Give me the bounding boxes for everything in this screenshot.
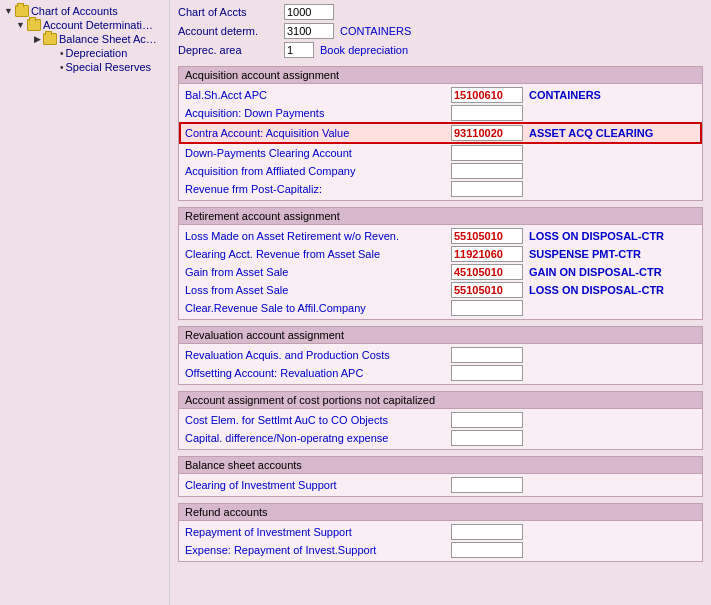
sidebar-item-account-determ[interactable]: ▼ Account Determinati… bbox=[16, 18, 165, 32]
table-row: Clear.Revenue Sale to Affil.Company bbox=[179, 299, 702, 317]
row-input[interactable] bbox=[451, 228, 523, 244]
sidebar: ▼ Chart of Accounts ▼ Account Determinat… bbox=[0, 0, 170, 605]
main-content: Chart of Accts link Account determ. CONT… bbox=[170, 0, 711, 605]
book-depreciation-link[interactable]: Book depreciation bbox=[320, 44, 408, 56]
expand-arrow: ▶ bbox=[34, 34, 41, 44]
row-input[interactable] bbox=[451, 145, 523, 161]
row-label[interactable]: Revenue frm Post-Capitaliz: bbox=[185, 183, 445, 195]
row-value-text: SUSPENSE PMT-CTR bbox=[529, 248, 641, 260]
row-input[interactable] bbox=[451, 524, 523, 540]
row-label[interactable]: Repayment of Investment Support bbox=[185, 526, 445, 538]
table-row: Acquisition from Affliated Company bbox=[179, 162, 702, 180]
row-input[interactable] bbox=[451, 430, 523, 446]
sidebar-item-chart-of-accounts[interactable]: ▼ Chart of Accounts bbox=[4, 4, 165, 18]
table-row: Gain from Asset SaleGAIN ON DISPOSAL-CTR bbox=[179, 263, 702, 281]
table-row: Loss from Asset SaleLOSS ON DISPOSAL-CTR bbox=[179, 281, 702, 299]
table-row: Revaluation Acquis. and Production Costs bbox=[179, 346, 702, 364]
row-label[interactable]: Offsetting Account: Revaluation APC bbox=[185, 367, 445, 379]
row-input[interactable] bbox=[451, 300, 523, 316]
row-input[interactable] bbox=[451, 477, 523, 493]
table-row: Clearing Acct. Revenue from Asset SaleSU… bbox=[179, 245, 702, 263]
table-row: Acquisition: Down Payments bbox=[179, 104, 702, 122]
row-input[interactable] bbox=[451, 125, 523, 141]
folder-icon bbox=[43, 33, 57, 45]
row-label[interactable]: Gain from Asset Sale bbox=[185, 266, 445, 278]
row-label[interactable]: Loss from Asset Sale bbox=[185, 284, 445, 296]
section-header-retirement: Retirement account assignment bbox=[179, 208, 702, 225]
row-input[interactable] bbox=[451, 181, 523, 197]
section-acquisition: Acquisition account assignmentBal.Sh.Acc… bbox=[178, 66, 703, 201]
table-row: Cost Elem. for Settlmt AuC to CO Objects bbox=[179, 411, 702, 429]
folder-icon bbox=[27, 19, 41, 31]
row-value-text: GAIN ON DISPOSAL-CTR bbox=[529, 266, 662, 278]
chart-of-accts-input[interactable] bbox=[284, 4, 334, 20]
row-input[interactable] bbox=[451, 163, 523, 179]
sidebar-label[interactable]: Account Determinati… bbox=[43, 19, 153, 31]
field-row-account-determ: Account determ. CONTAINERS bbox=[178, 23, 703, 39]
row-input[interactable] bbox=[451, 542, 523, 558]
row-value-text: LOSS ON DISPOSAL-CTR bbox=[529, 284, 664, 296]
field-row-chart-of-accts: Chart of Accts link bbox=[178, 4, 703, 20]
section-header-acquisition: Acquisition account assignment bbox=[179, 67, 702, 84]
row-label[interactable]: Acquisition: Down Payments bbox=[185, 107, 445, 119]
row-label[interactable]: Expense: Repayment of Invest.Support bbox=[185, 544, 445, 556]
row-input[interactable] bbox=[451, 246, 523, 262]
row-input[interactable] bbox=[451, 282, 523, 298]
section-body-revaluation: Revaluation Acquis. and Production Costs… bbox=[179, 344, 702, 384]
sidebar-item-special-reserves[interactable]: • Special Reserves bbox=[52, 60, 165, 74]
row-label[interactable]: Bal.Sh.Acct APC bbox=[185, 89, 445, 101]
section-cost-portions: Account assignment of cost portions not … bbox=[178, 391, 703, 450]
bullet-icon: • bbox=[60, 62, 64, 73]
field-label: Chart of Accts bbox=[178, 6, 278, 18]
account-determ-link[interactable]: CONTAINERS bbox=[340, 25, 411, 37]
deprec-area-input[interactable] bbox=[284, 42, 314, 58]
expand-arrow: ▼ bbox=[16, 20, 25, 30]
sidebar-label[interactable]: Special Reserves bbox=[66, 61, 152, 73]
section-revaluation: Revaluation account assignmentRevaluatio… bbox=[178, 326, 703, 385]
row-label[interactable]: Down-Payments Clearing Account bbox=[185, 147, 445, 159]
sidebar-label[interactable]: Chart of Accounts bbox=[31, 5, 118, 17]
row-label[interactable]: Revaluation Acquis. and Production Costs bbox=[185, 349, 445, 361]
table-row: Offsetting Account: Revaluation APC bbox=[179, 364, 702, 382]
row-input[interactable] bbox=[451, 365, 523, 381]
table-row: Loss Made on Asset Retirement w/o Reven.… bbox=[179, 227, 702, 245]
bullet-icon: • bbox=[60, 48, 64, 59]
sidebar-label[interactable]: Balance Sheet Ac… bbox=[59, 33, 157, 45]
table-row: Capital. difference/Non-operatng expense bbox=[179, 429, 702, 447]
section-body-balance-sheet: Clearing of Investment Support bbox=[179, 474, 702, 496]
row-input[interactable] bbox=[451, 264, 523, 280]
section-balance-sheet: Balance sheet accountsClearing of Invest… bbox=[178, 456, 703, 497]
row-input[interactable] bbox=[451, 412, 523, 428]
section-body-acquisition: Bal.Sh.Acct APCCONTAINERSAcquisition: Do… bbox=[179, 84, 702, 200]
row-input[interactable] bbox=[451, 347, 523, 363]
section-refund: Refund accountsRepayment of Investment S… bbox=[178, 503, 703, 562]
section-header-cost-portions: Account assignment of cost portions not … bbox=[179, 392, 702, 409]
row-label[interactable]: Clearing Acct. Revenue from Asset Sale bbox=[185, 248, 445, 260]
field-label: Account determ. bbox=[178, 25, 278, 37]
row-value-text: CONTAINERS bbox=[529, 89, 601, 101]
row-label[interactable]: Loss Made on Asset Retirement w/o Reven. bbox=[185, 230, 445, 242]
sidebar-item-balance-sheet[interactable]: ▶ Balance Sheet Ac… bbox=[34, 32, 165, 46]
table-row: Bal.Sh.Acct APCCONTAINERS bbox=[179, 86, 702, 104]
field-label: Deprec. area bbox=[178, 44, 278, 56]
sidebar-label[interactable]: Depreciation bbox=[66, 47, 128, 59]
table-row: Down-Payments Clearing Account bbox=[179, 144, 702, 162]
row-label[interactable]: Clear.Revenue Sale to Affil.Company bbox=[185, 302, 445, 314]
section-header-balance-sheet: Balance sheet accounts bbox=[179, 457, 702, 474]
row-label[interactable]: Clearing of Investment Support bbox=[185, 479, 445, 491]
sidebar-item-depreciation[interactable]: • Depreciation bbox=[52, 46, 165, 60]
table-row: Expense: Repayment of Invest.Support bbox=[179, 541, 702, 559]
table-row: Clearing of Investment Support bbox=[179, 476, 702, 494]
row-input[interactable] bbox=[451, 87, 523, 103]
row-label[interactable]: Capital. difference/Non-operatng expense bbox=[185, 432, 445, 444]
sections-container: Acquisition account assignmentBal.Sh.Acc… bbox=[178, 66, 703, 562]
row-label[interactable]: Acquisition from Affliated Company bbox=[185, 165, 445, 177]
row-input[interactable] bbox=[451, 105, 523, 121]
field-row-deprec-area: Deprec. area Book depreciation bbox=[178, 42, 703, 58]
expand-arrow: ▼ bbox=[4, 6, 13, 16]
table-row: Repayment of Investment Support bbox=[179, 523, 702, 541]
row-label[interactable]: Contra Account: Acquisition Value bbox=[185, 127, 445, 139]
section-retirement: Retirement account assignmentLoss Made o… bbox=[178, 207, 703, 320]
account-determ-input[interactable] bbox=[284, 23, 334, 39]
row-label[interactable]: Cost Elem. for Settlmt AuC to CO Objects bbox=[185, 414, 445, 426]
